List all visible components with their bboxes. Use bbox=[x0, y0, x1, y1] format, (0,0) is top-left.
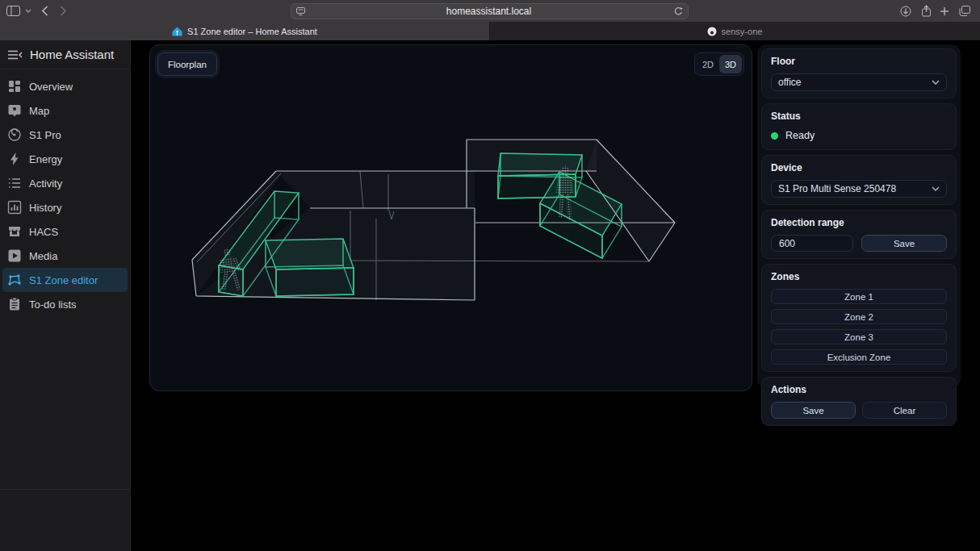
toggle-2d-button[interactable]: 2D bbox=[697, 55, 719, 73]
sidebar-item-s1-pro[interactable]: S1 Pro bbox=[0, 123, 130, 147]
status-label: Status bbox=[771, 111, 947, 122]
reload-icon[interactable] bbox=[668, 1, 688, 23]
zones-card: Zones Zone 1 Zone 2 Zone 3 Exclusion Zon… bbox=[761, 264, 957, 372]
chart-icon bbox=[7, 200, 22, 215]
floor-value: office bbox=[778, 77, 932, 88]
sidebar-item-history[interactable]: History bbox=[0, 195, 130, 219]
detection-range-input[interactable] bbox=[771, 235, 853, 252]
sidebar-menu: Overview Map S1 Pro Energy Activity bbox=[0, 74, 130, 316]
menu-icon[interactable] bbox=[7, 48, 23, 62]
lightning-icon bbox=[7, 152, 22, 166]
sidebar-item-energy[interactable]: Energy bbox=[0, 147, 130, 171]
browser-toolbar: homeassistant.local bbox=[0, 0, 980, 22]
url-text: homeassistant.local bbox=[309, 6, 668, 17]
toggle-3d-button[interactable]: 3D bbox=[719, 55, 742, 73]
sidebar-toggle-icon[interactable] bbox=[5, 0, 21, 22]
app-title: Home Assistant bbox=[30, 48, 114, 61]
dashboard-icon bbox=[7, 79, 22, 94]
exclusion-zone-button[interactable]: Exclusion Zone bbox=[771, 349, 947, 365]
tab-home-assistant[interactable]: S1 Zone editor – Home Assistant bbox=[0, 22, 490, 40]
sidebar-divider bbox=[0, 489, 130, 490]
device-select[interactable]: S1 Pro Multi Sense 250478 bbox=[771, 180, 947, 198]
sidebar: Home Assistant Overview Map S1 Pro Ene bbox=[0, 40, 131, 551]
sidebar-item-map[interactable]: Map bbox=[0, 98, 130, 123]
sidebar-item-media[interactable]: Media bbox=[0, 244, 130, 268]
github-favicon bbox=[707, 27, 717, 36]
sidebar-item-activity[interactable]: Activity bbox=[0, 171, 130, 195]
zone-1-button[interactable]: Zone 1 bbox=[771, 289, 947, 304]
home-assistant-app: Home Assistant Overview Map S1 Pro Ene bbox=[0, 40, 980, 551]
view-mode-toggle: 2D 3D bbox=[694, 52, 744, 76]
status-card: Status Ready bbox=[761, 103, 957, 150]
store-icon bbox=[7, 224, 22, 239]
clipboard-icon bbox=[7, 297, 22, 311]
url-bar[interactable]: homeassistant.local bbox=[291, 3, 689, 19]
tab-title: sensy-one bbox=[722, 27, 763, 36]
detection-range-card: Detection range Save bbox=[761, 210, 957, 259]
tab-title: S1 Zone editor – Home Assistant bbox=[187, 27, 317, 36]
tab-overview-icon[interactable] bbox=[957, 0, 972, 22]
tab-bar: S1 Zone editor – Home Assistant sensy-on… bbox=[0, 22, 980, 40]
chevron-down-icon bbox=[932, 80, 940, 85]
sidebar-item-s1-zone-editor[interactable]: S1 Zone editor bbox=[2, 268, 128, 292]
new-tab-icon[interactable] bbox=[938, 0, 951, 22]
browser-window: homeassistant.local S1 Zone editor – Hom… bbox=[0, 0, 980, 551]
device-card: Device S1 Pro Multi Sense 250478 bbox=[761, 155, 957, 205]
home-assistant-favicon bbox=[172, 27, 182, 36]
tab-sensy-one[interactable]: sensy-one bbox=[490, 22, 979, 40]
list-icon bbox=[7, 176, 22, 190]
play-box-icon bbox=[7, 248, 22, 263]
zone-box-left-front bbox=[266, 239, 354, 296]
downloads-icon[interactable] bbox=[898, 0, 913, 22]
back-button[interactable] bbox=[38, 0, 51, 22]
status-value: Ready bbox=[785, 130, 815, 141]
settings-panel: Floor office Status Ready Device S1 Pro … bbox=[757, 44, 961, 388]
zone-editor-canvas: Floorplan 2D 3D bbox=[149, 44, 752, 391]
floorplan-3d-scene[interactable] bbox=[150, 45, 753, 392]
device-value: S1 Pro Multi Sense 250478 bbox=[778, 183, 932, 194]
device-label: Device bbox=[771, 162, 947, 173]
radar-icon bbox=[7, 127, 22, 142]
chevron-down-icon bbox=[932, 186, 940, 191]
page-settings-icon[interactable] bbox=[291, 1, 309, 23]
sidebar-item-todo-lists[interactable]: To-do lists bbox=[0, 292, 130, 316]
floor-label: Floor bbox=[771, 56, 947, 67]
zone-2-button[interactable]: Zone 2 bbox=[771, 309, 947, 324]
actions-save-button[interactable]: Save bbox=[771, 402, 856, 419]
sidebar-item-overview[interactable]: Overview bbox=[0, 74, 130, 98]
zone-polygon-icon bbox=[7, 273, 22, 287]
detection-range-save-button[interactable]: Save bbox=[861, 235, 947, 252]
actions-label: Actions bbox=[771, 384, 947, 395]
floor-select[interactable]: office bbox=[771, 73, 947, 91]
sidebar-item-hacs[interactable]: HACS bbox=[0, 219, 130, 244]
map-icon bbox=[7, 103, 22, 118]
sidebar-chevron-down-icon[interactable] bbox=[23, 0, 33, 22]
status-indicator-dot bbox=[771, 132, 778, 140]
floorplan-button[interactable]: Floorplan bbox=[157, 52, 217, 76]
floor-card: Floor office bbox=[761, 48, 957, 98]
forward-button[interactable] bbox=[57, 0, 69, 22]
detection-range-label: Detection range bbox=[771, 217, 947, 228]
sidebar-header: Home Assistant bbox=[0, 40, 130, 69]
zone-3-button[interactable]: Zone 3 bbox=[771, 329, 947, 344]
actions-clear-button[interactable]: Clear bbox=[862, 402, 947, 419]
share-icon[interactable] bbox=[919, 0, 933, 22]
zones-label: Zones bbox=[771, 271, 947, 282]
actions-card: Actions Save Clear bbox=[761, 377, 957, 426]
